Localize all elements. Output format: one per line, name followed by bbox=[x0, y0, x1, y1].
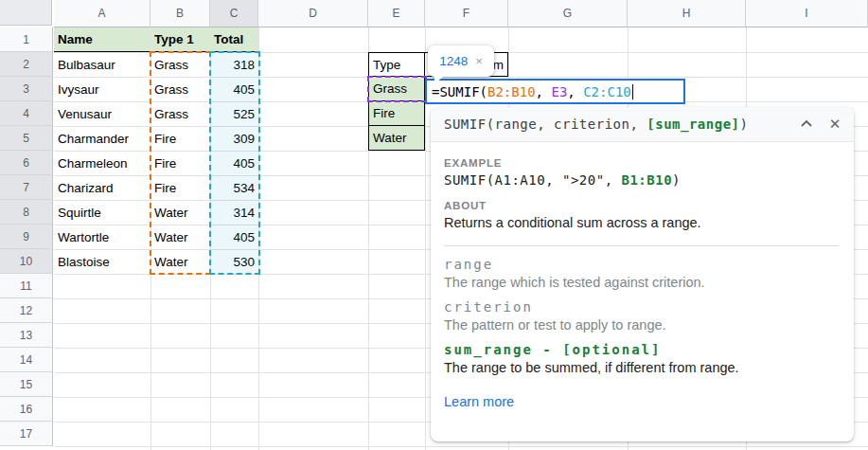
optional-arg: [sum_range] bbox=[647, 117, 739, 132]
cell-E4[interactable]: Fire bbox=[368, 101, 425, 126]
select-all-corner[interactable] bbox=[0, 0, 54, 27]
row-header-5[interactable]: 5 bbox=[0, 126, 53, 151]
cell-C8[interactable]: 314 bbox=[210, 200, 258, 225]
formula-part: E3 bbox=[551, 84, 567, 99]
cell-A4[interactable]: Venusaur bbox=[54, 101, 151, 126]
divider bbox=[444, 245, 839, 246]
cell-C5[interactable]: 309 bbox=[210, 126, 258, 151]
close-icon[interactable]: ✕ bbox=[827, 117, 842, 132]
column-header-F[interactable]: F bbox=[425, 0, 508, 27]
cell-C7[interactable]: 534 bbox=[210, 175, 258, 200]
about-text: Returns a conditional sum across a range… bbox=[444, 215, 839, 230]
cell-B5[interactable]: Fire bbox=[151, 126, 210, 151]
row-header-3[interactable]: 3 bbox=[0, 77, 53, 101]
row-header-13[interactable]: 13 bbox=[0, 323, 53, 348]
function-help-popup: SUMIF(range, criterion, [sum_range]) ✕ E… bbox=[431, 107, 854, 441]
cell-C1[interactable]: Total bbox=[210, 27, 258, 52]
formula-part: , bbox=[567, 84, 583, 99]
cell-C9[interactable]: 405 bbox=[210, 225, 258, 249]
cell-B7[interactable]: Fire bbox=[151, 175, 210, 200]
row-header-6[interactable]: 6 bbox=[0, 151, 53, 175]
param-range: range The range which is tested against … bbox=[444, 257, 839, 290]
function-signature-bar: SUMIF(range, criterion, [sum_range]) ✕ bbox=[431, 107, 854, 142]
cell-C2[interactable]: 318 bbox=[210, 52, 258, 77]
column-header-D[interactable]: D bbox=[258, 0, 368, 27]
example-label: EXAMPLE bbox=[444, 157, 839, 169]
cell-A5[interactable]: Charmander bbox=[54, 126, 151, 151]
function-signature: SUMIF(range, criterion, [sum_range]) bbox=[444, 117, 748, 132]
cell-A3[interactable]: Ivysaur bbox=[54, 77, 151, 101]
cell-C3[interactable]: 405 bbox=[210, 77, 258, 101]
cell-B3[interactable]: Grass bbox=[151, 77, 210, 101]
cell-C6[interactable]: 405 bbox=[210, 151, 258, 175]
row-header-7[interactable]: 7 bbox=[0, 175, 53, 200]
learn-more-link[interactable]: Learn more bbox=[444, 394, 514, 409]
chevron-up-icon[interactable] bbox=[799, 117, 814, 132]
row-header-11[interactable]: 11 bbox=[0, 274, 53, 298]
cell-E3[interactable]: Grass bbox=[368, 77, 425, 101]
column-header-E[interactable]: E bbox=[368, 0, 425, 27]
close-icon[interactable]: × bbox=[475, 54, 483, 68]
about-label: ABOUT bbox=[444, 200, 839, 211]
column-header-G[interactable]: G bbox=[508, 0, 628, 27]
cell-B4[interactable]: Grass bbox=[151, 101, 210, 126]
cell-B8[interactable]: Water bbox=[151, 200, 210, 225]
formula-part: =SUMIF( bbox=[432, 84, 487, 99]
cell-B10[interactable]: Water bbox=[151, 249, 210, 274]
column-header-C[interactable]: C bbox=[210, 0, 258, 27]
cell-A8[interactable]: Squirtle bbox=[54, 200, 151, 225]
grid-line bbox=[54, 446, 868, 447]
spreadsheet: ABCDEFGHI 1234567891011121314151617 Name… bbox=[0, 0, 868, 450]
column-header-H[interactable]: H bbox=[628, 0, 746, 27]
cell-E2[interactable]: Type bbox=[368, 52, 425, 77]
formula-result-tooltip: 1248 × bbox=[428, 45, 494, 77]
row-header-9[interactable]: 9 bbox=[0, 225, 53, 249]
row-header-15[interactable]: 15 bbox=[0, 372, 53, 397]
text-cursor bbox=[632, 84, 633, 99]
example-highlight-range: B1:B10 bbox=[622, 172, 673, 188]
cell-B9[interactable]: Water bbox=[151, 225, 210, 249]
select-all-box bbox=[0, 0, 52, 26]
row-header-8[interactable]: 8 bbox=[0, 200, 53, 225]
function-help-body: EXAMPLE SUMIF(A1:A10, ">20", B1:B10) ABO… bbox=[431, 142, 854, 410]
row-header-4[interactable]: 4 bbox=[0, 101, 53, 126]
row-header-10[interactable]: 10 bbox=[0, 249, 53, 274]
cell-B6[interactable]: Fire bbox=[151, 151, 210, 175]
cell-A1[interactable]: Name bbox=[54, 27, 151, 52]
row-header-14[interactable]: 14 bbox=[0, 348, 53, 372]
formula-text: =SUMIF(B2:B10, E3, C2:C10 bbox=[432, 84, 631, 99]
column-header-A[interactable]: A bbox=[54, 0, 151, 27]
row-header-12[interactable]: 12 bbox=[0, 298, 53, 323]
cell-B1[interactable]: Type 1 bbox=[151, 27, 210, 52]
formula-part: , bbox=[536, 84, 552, 99]
tooltip-pointer bbox=[434, 76, 444, 84]
cell-A7[interactable]: Charizard bbox=[54, 175, 151, 200]
column-header-I[interactable]: I bbox=[746, 0, 868, 27]
row-header-1[interactable]: 1 bbox=[0, 27, 53, 52]
formula-part: B2:B10 bbox=[487, 84, 536, 99]
formula-editor[interactable]: =SUMIF(B2:B10, E3, C2:C10 bbox=[425, 79, 685, 104]
column-header-B[interactable]: B bbox=[151, 0, 210, 27]
param-criterion: criterion The pattern or test to apply t… bbox=[444, 299, 839, 333]
cell-C10[interactable]: 530 bbox=[210, 249, 258, 274]
grid-line bbox=[258, 27, 259, 450]
cell-C4[interactable]: 525 bbox=[210, 101, 258, 126]
cell-A2[interactable]: Bulbasaur bbox=[54, 52, 151, 77]
example-code: SUMIF(A1:A10, ">20", B1:B10) bbox=[444, 172, 839, 188]
cell-E5[interactable]: Water bbox=[368, 126, 425, 151]
row-header-17[interactable]: 17 bbox=[0, 422, 53, 446]
row-header-2[interactable]: 2 bbox=[0, 52, 53, 77]
formula-part: C2:C10 bbox=[583, 84, 631, 99]
cell-A9[interactable]: Wartortle bbox=[54, 225, 151, 249]
param-sum-range: sum_range - [optional] The range to be s… bbox=[444, 342, 839, 375]
formula-result-value: 1248 bbox=[439, 54, 468, 68]
cell-A10[interactable]: Blastoise bbox=[54, 249, 151, 274]
row-header-16[interactable]: 16 bbox=[0, 397, 53, 422]
cell-B2[interactable]: Grass bbox=[151, 52, 210, 77]
cell-A6[interactable]: Charmeleon bbox=[54, 151, 151, 175]
